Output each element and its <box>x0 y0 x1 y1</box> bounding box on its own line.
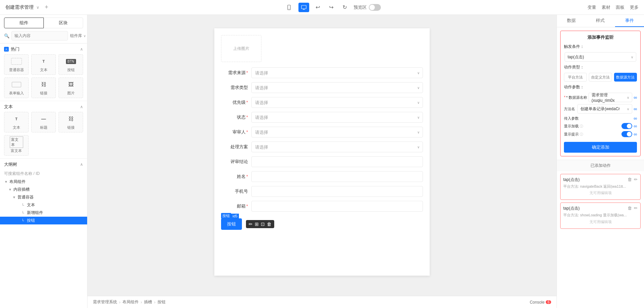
action-item-1-edit-icon[interactable]: ✏ <box>634 206 638 211</box>
form-row-8: 手机号 <box>221 186 423 197</box>
tree-item-container[interactable]: ▼ 普通容器 <box>0 193 87 201</box>
tab-block[interactable]: 区块 <box>44 18 83 28</box>
method-link-icon[interactable]: ∞ <box>634 106 637 112</box>
comp-item-link2[interactable]: ⛓ 链接 <box>59 112 83 132</box>
comp-item-text[interactable]: T 文本 <box>31 54 56 75</box>
comp-item-input[interactable]: 表单输入 <box>4 78 29 98</box>
tree-toggle-text-empty <box>16 203 20 207</box>
upload-area[interactable]: 上传图片 <box>221 35 261 62</box>
container-icon <box>10 57 23 66</box>
comp-item-link[interactable]: ⛓ 链接 <box>31 78 56 98</box>
redo-btn[interactable]: ↪ <box>327 3 336 12</box>
search-input[interactable] <box>11 31 68 40</box>
comp-item-heading[interactable]: — 标题 <box>31 112 56 132</box>
path-4: 按钮 <box>157 299 166 305</box>
component-tabs: 组件 区块 <box>4 18 83 28</box>
edit-icon[interactable]: ✏ <box>249 221 253 227</box>
pass-params-link-icon[interactable]: ∞ <box>634 116 637 121</box>
add-row-icon[interactable]: ⊞ <box>255 221 259 227</box>
tab-component[interactable]: 组件 <box>4 18 44 28</box>
refresh-btn[interactable]: ↻ <box>340 3 350 12</box>
action-type-btns-row: 平台方法 自定义方法 数据源方法 <box>564 73 637 82</box>
form-select-3[interactable]: 请选择 <box>251 112 423 123</box>
comp-item-img[interactable]: 🖼 图片 <box>59 78 83 98</box>
tree-item-text[interactable]: └ 文本 <box>0 201 87 209</box>
remove-row-icon[interactable]: ⊡ <box>261 221 265 227</box>
comp-item-text2[interactable]: T 文本 <box>4 112 29 132</box>
confirm-add-btn[interactable]: 确定添加 <box>564 142 637 153</box>
tree-toggle-container: ▼ <box>12 195 16 199</box>
form-select-5[interactable]: 请选择 <box>251 142 423 152</box>
action-item-0-delete-icon[interactable]: 🗑 <box>628 177 632 182</box>
text-section-header[interactable]: 文本 ∧ <box>0 101 87 112</box>
action-type-label: 动作类型： <box>564 64 584 70</box>
hot-section-header[interactable]: 火 热门 ∧ <box>0 43 87 54</box>
path-sep-2: › <box>141 300 142 305</box>
tree-item-new[interactable]: └ 新增组件 <box>0 209 87 217</box>
action-item-1-delete-icon[interactable]: 🗑 <box>628 206 632 211</box>
add-icon[interactable]: + <box>45 4 48 11</box>
tab-event[interactable]: 事件 <box>615 15 644 27</box>
action-item-0-edit-icon[interactable]: ✏ <box>634 177 638 182</box>
show-prompt-toggle[interactable] <box>621 131 632 137</box>
undo-btn[interactable]: ↩ <box>313 3 323 12</box>
panel-btn[interactable]: 面板 <box>616 4 624 10</box>
more-btn[interactable]: 更多 <box>630 4 639 10</box>
form-select-4[interactable]: 请选择 <box>251 127 423 137</box>
form-label-6: 评审结论 <box>221 159 251 165</box>
bottom-bar: 需求管理系统 › 布局组件 › 插槽 › 按钮 Console 6 <box>87 296 557 308</box>
form-input-8[interactable] <box>251 186 423 197</box>
tree-toggle-layout: ▼ <box>4 180 8 184</box>
show-loading-link-icon[interactable]: ∞ <box>634 123 637 129</box>
form-label-8: 手机号 <box>221 188 251 194</box>
action-btn-custom[interactable]: 自定义方法 <box>589 73 612 82</box>
comp-item-container[interactable]: 普通容器 <box>4 54 29 75</box>
form-row-1: 需求类型 请选择 ∨ <box>221 82 423 93</box>
action-params-label: 动作参数： <box>564 84 584 90</box>
sidebar-top: 组件 区块 🔍 组件库 ∨ <box>0 15 87 43</box>
tree-item-layout[interactable]: ▼ 布局组件 <box>0 178 87 186</box>
assets-btn[interactable]: 素材 <box>602 4 610 10</box>
outline-header[interactable]: 大纲树 ∧ <box>0 159 87 170</box>
comp-item-btn[interactable]: BTN 按钮 <box>59 54 83 75</box>
comp-item-richtext[interactable]: 富文本 富文本 <box>4 135 29 156</box>
preview-switch[interactable] <box>369 4 381 11</box>
form-label-0: 需求来源 <box>221 70 251 76</box>
tab-data[interactable]: 数据 <box>557 15 586 27</box>
tree-item-btn[interactable]: └ 按钮 <box>0 217 87 224</box>
form-select-wrapper-3: 请选择 ∨ <box>251 112 423 123</box>
btn-row: 按钮 id5 按钮 ✏ ⊞ ⊡ 🗑 <box>221 218 423 230</box>
tree-label-slot: 内容插槽 <box>13 187 30 192</box>
show-loading-toggle[interactable] <box>621 123 632 129</box>
action-btn-datasource[interactable]: 数据源方法 <box>614 73 637 82</box>
form-select-2[interactable]: 请选择 <box>251 97 423 108</box>
tree-toggle-new-empty <box>16 211 20 215</box>
form-input-7[interactable] <box>251 171 423 182</box>
vars-btn[interactable]: 变量 <box>587 4 596 10</box>
method-select[interactable]: 创建单条记录(wedaCr ∨ <box>577 104 632 114</box>
action-btn-platform[interactable]: 平台方法 <box>564 73 587 82</box>
show-prompt-row: 显示提示 ⓘ ∞ <box>564 131 637 137</box>
form-select-1[interactable]: 请选择 <box>251 82 423 93</box>
tab-style[interactable]: 样式 <box>586 15 615 27</box>
form-select-0[interactable]: 请选择 <box>251 67 423 78</box>
datasource-link-icon[interactable]: ∞ <box>634 95 637 100</box>
console-btn[interactable]: Console 6 <box>530 300 551 305</box>
comp-label-heading: 标题 <box>40 125 47 130</box>
comp-lib-btn[interactable]: 组件库 ∨ <box>70 33 86 39</box>
tree-item-slot[interactable]: ▼ 内容插槽 <box>0 186 87 193</box>
show-prompt-link-icon[interactable]: ∞ <box>634 131 637 137</box>
action-item-0-desc: 平台方法: navigateBack 返回(wa11tt... <box>563 184 638 189</box>
mobile-device-btn[interactable] <box>284 3 294 12</box>
datasource-select[interactable]: 需求管理(xuqiu_rim0x ∨ <box>588 93 632 102</box>
svg-point-1 <box>289 9 289 9</box>
canvas-button[interactable]: 按钮 <box>221 218 242 230</box>
action-item-1-icons: 🗑 ✏ <box>628 206 638 211</box>
trigger-value[interactable]: tap(点击) ∨ <box>565 52 636 62</box>
delete-icon[interactable]: 🗑 <box>267 221 272 227</box>
form-input-9[interactable] <box>251 201 423 212</box>
desktop-device-btn[interactable] <box>298 3 309 12</box>
hot-collapse-icon: ∧ <box>80 47 83 52</box>
action-item-1: 🗑 ✏ tap(点击) 平台方法: showLoading 显示加载(wa...… <box>560 203 641 228</box>
form-input-6[interactable] <box>251 156 423 167</box>
